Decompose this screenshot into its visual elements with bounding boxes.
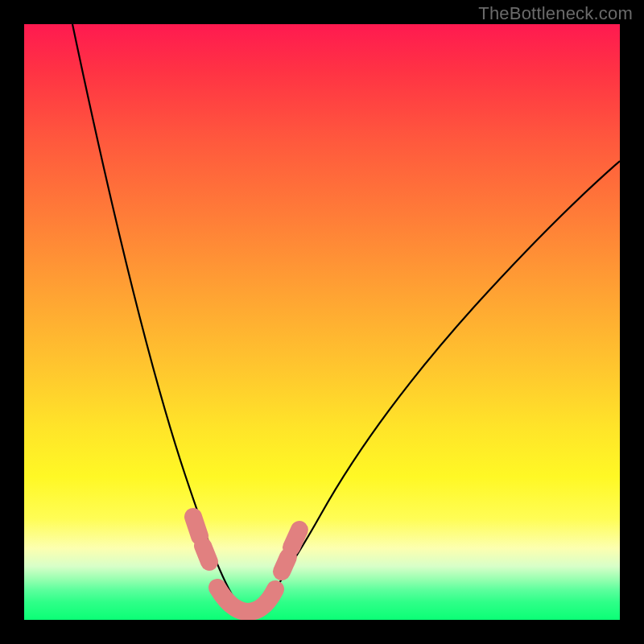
cluster-bottom	[217, 588, 275, 612]
bottleneck-curve-svg	[24, 24, 620, 620]
cluster-right-upper	[291, 530, 299, 547]
watermark-text: TheBottleneck.com	[478, 3, 633, 23]
watermark: TheBottleneck.com	[478, 3, 633, 24]
cluster-left-lower	[203, 546, 209, 562]
bottleneck-curve	[72, 24, 620, 613]
chart-frame	[24, 24, 620, 620]
cluster-right-lower	[282, 557, 288, 572]
cluster-left-upper	[193, 517, 200, 536]
